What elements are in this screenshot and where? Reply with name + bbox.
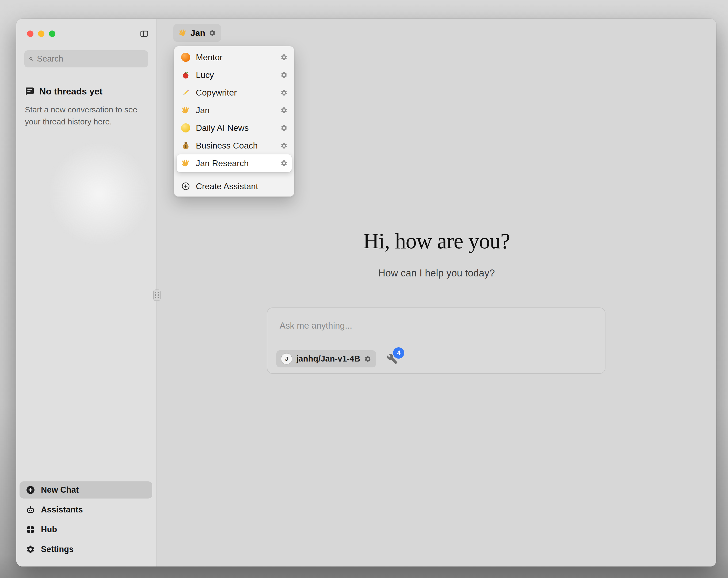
menu-item-label: Mentor: [196, 52, 223, 62]
menu-item-mentor[interactable]: Mentor: [177, 48, 292, 66]
orange-circle-icon: [181, 52, 191, 62]
chat-input[interactable]: [280, 318, 574, 333]
zoom-button[interactable]: [49, 30, 55, 37]
create-assistant-label: Create Assistant: [196, 181, 258, 191]
empty-state-line1: Start a new conversation to see: [25, 105, 137, 114]
model-settings-gear-icon[interactable]: [364, 355, 371, 362]
sidebar-item-label: Assistants: [41, 505, 83, 514]
greeting-title: Hi, how are you?: [157, 228, 716, 254]
menu-item-label: Daily AI News: [196, 123, 249, 133]
yellow-circle-icon: [181, 123, 191, 133]
main-area: Jan Mentor Lucy Copywriter Ja: [157, 19, 716, 567]
app-window: No threads yet Start a new conversation …: [16, 19, 716, 567]
minimize-button[interactable]: [38, 30, 45, 37]
settings-gear-icon: [26, 545, 35, 554]
sidebar-item-label: Settings: [41, 545, 74, 554]
sidebar-item-assistants[interactable]: Assistants: [20, 501, 152, 518]
model-selector-button[interactable]: J janhq/Jan-v1-4B: [277, 350, 376, 368]
sidebar-toggle-icon: [139, 29, 149, 38]
greeting-subtitle: How can I help you today?: [157, 268, 716, 279]
item-gear-icon[interactable]: [280, 107, 288, 114]
menu-item-jan[interactable]: Jan: [177, 101, 292, 119]
hub-grid-icon: [26, 525, 35, 534]
sidebar-item-label: New Chat: [41, 485, 79, 495]
sidebar-decorative-blob: [48, 142, 150, 246]
wave-hand-icon: [181, 105, 191, 115]
empty-state-title: No threads yet: [39, 86, 102, 97]
sidebar-item-hub[interactable]: Hub: [20, 521, 152, 538]
new-chat-plus-icon: [26, 485, 35, 495]
pencil-icon: [181, 87, 191, 98]
wave-hand-icon: [179, 29, 187, 37]
apple-icon: [181, 70, 191, 80]
menu-item-label: Lucy: [196, 70, 214, 80]
empty-threads-state: No threads yet Start a new conversation …: [25, 86, 142, 128]
wave-hand-icon: [181, 158, 191, 168]
menu-divider: [178, 175, 290, 175]
assistant-selector-button[interactable]: Jan: [173, 24, 221, 42]
sidebar-toggle-button[interactable]: [139, 29, 150, 39]
sidebar-item-new-chat[interactable]: New Chat: [20, 481, 152, 499]
menu-item-copywriter[interactable]: Copywriter: [177, 84, 292, 101]
chat-composer[interactable]: J janhq/Jan-v1-4B 4: [267, 307, 605, 374]
window-controls: [27, 30, 55, 37]
search-icon: [29, 55, 33, 63]
menu-item-lucy[interactable]: Lucy: [177, 66, 292, 84]
assistant-dropdown-menu: Mentor Lucy Copywriter Jan Daily AI: [174, 46, 294, 197]
item-gear-icon[interactable]: [280, 89, 288, 96]
sidebar-resize-handle[interactable]: [153, 290, 160, 301]
sidebar: No threads yet Start a new conversation …: [16, 19, 157, 567]
tools-button[interactable]: 4: [387, 353, 398, 365]
sidebar-item-settings[interactable]: Settings: [20, 541, 152, 558]
chat-bubble-icon: [25, 87, 34, 96]
create-assistant-button[interactable]: Create Assistant: [177, 178, 292, 195]
plus-circle-icon: [181, 181, 191, 191]
search-box[interactable]: [24, 50, 148, 68]
item-gear-icon[interactable]: [280, 71, 288, 79]
menu-item-daily-ai-news[interactable]: Daily AI News: [177, 119, 292, 137]
menu-item-business-coach[interactable]: Business Coach: [177, 137, 292, 154]
sidebar-nav: New Chat Assistants Hub Settings: [20, 481, 152, 558]
assistant-settings-gear-icon: [209, 29, 216, 37]
composer-toolbar: J janhq/Jan-v1-4B 4: [277, 350, 398, 368]
sidebar-item-label: Hub: [41, 525, 57, 534]
menu-item-label: Jan Research: [196, 158, 249, 168]
assistants-robot-icon: [26, 505, 35, 514]
menu-item-label: Jan: [196, 105, 210, 115]
money-bag-icon: [181, 141, 191, 151]
empty-state-description: Start a new conversation to see your thr…: [25, 104, 142, 128]
menu-item-jan-research[interactable]: Jan Research: [177, 154, 292, 172]
item-gear-icon[interactable]: [280, 54, 288, 61]
item-gear-icon[interactable]: [280, 142, 288, 149]
close-button[interactable]: [27, 30, 33, 37]
search-input[interactable]: [37, 54, 144, 64]
model-name: janhq/Jan-v1-4B: [296, 354, 360, 364]
model-avatar: J: [281, 353, 292, 365]
tools-count-badge: 4: [393, 347, 404, 358]
menu-item-label: Copywriter: [196, 88, 237, 98]
empty-state-line2: your thread history here.: [25, 117, 112, 126]
item-gear-icon[interactable]: [280, 160, 288, 167]
current-assistant-name: Jan: [190, 28, 205, 38]
item-gear-icon[interactable]: [280, 124, 288, 132]
menu-item-label: Business Coach: [196, 141, 258, 151]
